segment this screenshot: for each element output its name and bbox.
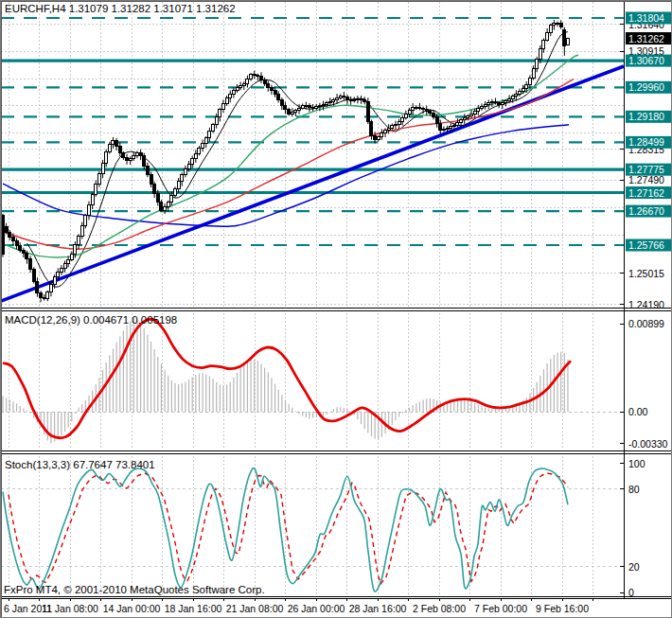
candle-body (70, 254, 73, 259)
sr-price-label: 1.26670 (626, 205, 672, 218)
candle-body (187, 164, 190, 168)
candle-body (256, 76, 259, 77)
candle-body (460, 119, 463, 122)
candle-body (456, 122, 459, 125)
candle-body (374, 135, 377, 139)
mt4-chart-window: 1.316401.309151.283151.274901.250151.241… (0, 0, 672, 618)
sr-price-label: 1.27775 (626, 164, 672, 176)
price-chip-text: 1.30670 (628, 55, 664, 66)
sr-price-label: 1.25766 (626, 239, 672, 252)
candle-body (170, 195, 173, 202)
time-axis-label: 21 Jan 08:00 (226, 603, 284, 614)
candle-body (204, 138, 207, 143)
price-chip-text: 1.25766 (628, 239, 664, 251)
current-price-label: 1.31262 (626, 32, 672, 44)
stochastic-layer (1, 468, 624, 592)
candle-body (122, 153, 125, 158)
candle-body (404, 114, 407, 117)
candle-body (298, 108, 301, 110)
candle-body (167, 203, 169, 207)
candle-body (504, 101, 507, 103)
candle-body (508, 98, 511, 100)
candle-body (553, 24, 556, 26)
candle-body (339, 96, 342, 97)
time-axis-label: 28 Jan 16:00 (349, 603, 407, 614)
candle-body (563, 29, 566, 45)
candle-body (184, 168, 186, 174)
candle-body (78, 236, 80, 244)
candle-body (501, 103, 504, 104)
frame-layer (1, 1, 672, 618)
stoch-signal-line (9, 473, 568, 584)
candle-body (260, 76, 263, 79)
candle-body (53, 277, 56, 285)
stoch-axis-label: 80 (628, 484, 640, 495)
candle-body (536, 59, 539, 68)
candle-body (539, 49, 541, 59)
candle-body (177, 182, 180, 188)
candle-body (522, 88, 524, 91)
candle-body (198, 149, 201, 153)
candle-body (377, 137, 380, 139)
time-axis-label: 26 Jan 00:00 (288, 603, 345, 614)
sr-price-label: 1.27162 (626, 186, 672, 199)
candle-body (442, 130, 445, 131)
candle-body (26, 254, 28, 259)
candle-body (366, 101, 369, 122)
candle-body (263, 79, 266, 84)
candle-body (174, 188, 177, 195)
candle-body (315, 107, 318, 108)
candle-body (232, 90, 235, 94)
candle-body (487, 103, 490, 104)
macd-layer (1, 318, 624, 443)
candle-body (557, 24, 559, 25)
candle-body (412, 107, 415, 111)
candle-body (250, 75, 253, 79)
candle-body (425, 110, 428, 112)
candle-body (470, 114, 473, 115)
time-axis-label: 11 Jan 08:00 (42, 603, 98, 614)
candle-body (9, 232, 11, 237)
candle-body (284, 106, 287, 110)
candle-body (291, 112, 293, 114)
candle-body (391, 126, 394, 128)
candle-body (480, 106, 483, 108)
candle-body (112, 141, 115, 145)
candle-body (549, 26, 552, 32)
candle-body (398, 122, 400, 124)
candle-body (542, 40, 545, 49)
moving-averages-layer (3, 32, 578, 288)
candle-body (515, 94, 518, 97)
candle-body (363, 99, 366, 101)
ma-fast-black (27, 32, 569, 288)
price-chip-text: 1.27775 (628, 164, 664, 175)
candle-body (318, 106, 321, 107)
time-axis-label: 14 Jan 00:00 (103, 603, 161, 614)
symbol-ohlc-title: EURCHF,H4 1.31079 1.31282 1.31071 1.3126… (5, 3, 236, 14)
candle-body (308, 106, 310, 108)
price-axis-label: 1.25015 (628, 268, 664, 279)
sr-price-label: 1.28499 (626, 136, 672, 149)
candle-body (105, 152, 108, 164)
macd-axis-label: -0.00330 (628, 438, 668, 450)
candle-body (267, 84, 270, 88)
candle-body (156, 193, 159, 202)
candle-body (49, 285, 52, 292)
candle-body (84, 216, 87, 226)
candle-body (328, 101, 331, 103)
candle-body (477, 109, 480, 112)
candle-body (101, 163, 104, 173)
macd-indicator-label: MACD(12,26,9) 0.004671 0.005198 (5, 314, 177, 326)
candle-body (532, 69, 535, 79)
stoch-axis-label: 100 (628, 458, 645, 469)
candle-body (370, 122, 373, 135)
time-axis-label: 9 Feb 16:00 (536, 603, 589, 614)
candle-body (490, 101, 493, 102)
candle-body (498, 103, 501, 104)
candle-body (15, 240, 18, 245)
chart-canvas[interactable]: 1.316401.309151.283151.274901.250151.241… (1, 1, 672, 618)
macd-axis-label: 0.00899 (628, 318, 664, 329)
candle-body (246, 79, 249, 84)
candle-body (219, 110, 221, 117)
candle-body (146, 166, 149, 175)
